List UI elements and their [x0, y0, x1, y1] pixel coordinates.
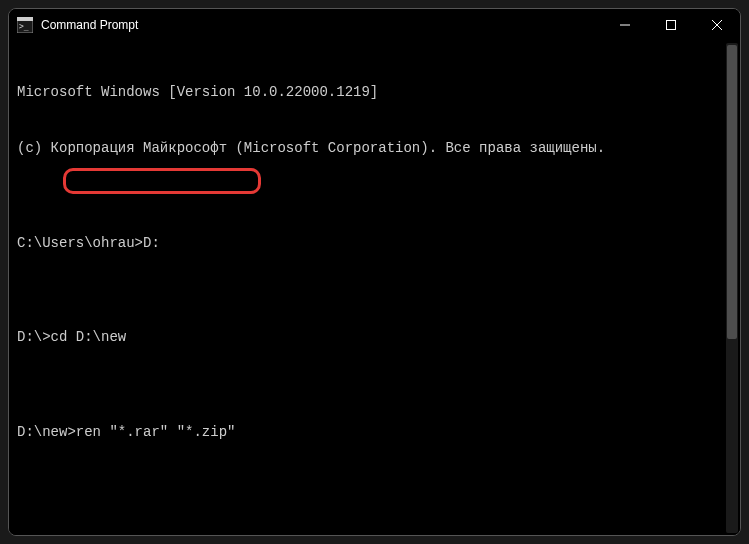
maximize-button[interactable] [648, 9, 694, 41]
prompt-command: D: [143, 235, 160, 251]
annotation-highlight [63, 168, 261, 194]
copyright-line: (c) Корпорация Майкрософт (Microsoft Cor… [17, 139, 732, 158]
window-controls [602, 9, 740, 41]
minimize-button[interactable] [602, 9, 648, 41]
command-prompt-window: >_ Command Prompt Microsoft Windows [Ver… [8, 8, 741, 536]
prompt-line-2: D:\>cd D:\new [17, 328, 732, 347]
scrollbar-thumb[interactable] [727, 45, 737, 339]
prompt-path: D:\new> [17, 424, 76, 440]
prompt-line-1: C:\Users\ohrau>D: [17, 234, 732, 253]
prompt-command: ren "*.rar" "*.zip" [76, 424, 236, 440]
prompt-path: D:\> [17, 329, 51, 345]
window-title: Command Prompt [41, 18, 138, 32]
terminal-area[interactable]: Microsoft Windows [Version 10.0.22000.12… [9, 41, 740, 535]
svg-rect-1 [17, 17, 33, 21]
close-button[interactable] [694, 9, 740, 41]
prompt-path: C:\Users\ohrau> [17, 235, 143, 251]
titlebar[interactable]: >_ Command Prompt [9, 9, 740, 41]
command-prompt-icon: >_ [17, 17, 33, 33]
prompt-line-3: D:\new>ren "*.rar" "*.zip" [17, 423, 732, 442]
scrollbar-track[interactable] [726, 43, 738, 533]
version-line: Microsoft Windows [Version 10.0.22000.12… [17, 83, 732, 102]
svg-text:>_: >_ [19, 22, 29, 31]
prompt-command: cd D:\new [51, 329, 127, 345]
svg-rect-4 [667, 21, 676, 30]
